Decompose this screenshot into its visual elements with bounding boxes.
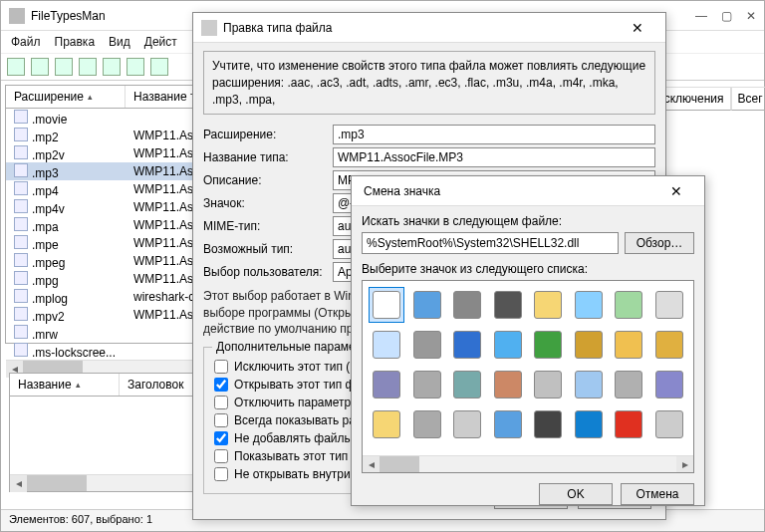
sort-arrow-icon: ▴ xyxy=(76,380,81,390)
chart-icon[interactable] xyxy=(530,327,566,363)
menu-file[interactable]: Файл xyxy=(11,35,41,49)
checkbox-2[interactable] xyxy=(214,396,228,409)
ext-cell: .mp4 xyxy=(32,184,59,198)
search-icon[interactable] xyxy=(571,367,607,402)
folder-net-icon[interactable] xyxy=(651,327,687,363)
drive-icon[interactable] xyxy=(449,287,485,323)
file-icon xyxy=(14,181,28,195)
scroll-thumb[interactable] xyxy=(380,456,419,472)
lock-icon[interactable] xyxy=(571,327,607,363)
ext-cell: .mp2v xyxy=(32,148,65,162)
mime-label: MIME-тип: xyxy=(203,219,333,233)
file-icon xyxy=(14,163,28,177)
scroll-right-arrow[interactable]: ▸ xyxy=(676,456,693,473)
ext-cell: .mp4v xyxy=(32,202,65,216)
col-always[interactable]: Всег xyxy=(731,87,765,111)
checkbox-5[interactable] xyxy=(214,449,228,463)
iconlist-hscroll[interactable]: ◂ ▸ xyxy=(363,455,693,472)
scroll-thumb[interactable] xyxy=(27,475,87,491)
screen-icon[interactable] xyxy=(490,327,526,363)
folder-search-icon[interactable] xyxy=(611,327,646,363)
file-icon xyxy=(14,199,28,213)
printer2-icon[interactable] xyxy=(611,367,646,402)
typename-input[interactable] xyxy=(333,147,655,167)
document-icon[interactable] xyxy=(369,287,404,323)
menu-view[interactable]: Вид xyxy=(109,35,130,49)
folder-y-icon[interactable] xyxy=(369,406,404,442)
file-icon xyxy=(14,289,28,303)
folder-icon[interactable] xyxy=(530,287,566,323)
drive2-icon[interactable] xyxy=(409,367,445,402)
net-drive-icon[interactable] xyxy=(449,367,485,402)
dialog2-title: Смена значка xyxy=(360,184,656,198)
apps-icon[interactable] xyxy=(530,406,566,442)
maximize-button[interactable]: ▢ xyxy=(721,9,732,23)
app-icon xyxy=(9,8,25,24)
recycle-icon[interactable] xyxy=(651,287,687,323)
toolbar-btn-3[interactable] xyxy=(55,58,73,76)
floppy-icon[interactable] xyxy=(369,367,404,402)
typename-label: Название типа: xyxy=(203,150,333,164)
trash-icon[interactable] xyxy=(651,406,687,442)
ext-cell: .mpa xyxy=(32,220,59,234)
toolbar-btn-6[interactable] xyxy=(127,58,144,76)
globe-icon[interactable] xyxy=(449,327,485,363)
ext-cell: .mpg xyxy=(32,274,59,288)
help-icon[interactable] xyxy=(571,406,607,442)
checkbox-0[interactable] xyxy=(214,360,228,374)
close-button[interactable]: ✕ xyxy=(746,9,756,23)
menu-actions[interactable]: Дейст xyxy=(144,35,177,49)
desc-label: Описание: xyxy=(203,173,333,187)
ext-cell: .mpe xyxy=(32,238,59,252)
browse-button[interactable]: Обзор… xyxy=(625,232,694,254)
menu-edit[interactable]: Правка xyxy=(55,35,96,49)
scroll-left-arrow[interactable]: ◂ xyxy=(10,475,27,492)
scroll-left-arrow[interactable]: ◂ xyxy=(363,456,380,473)
file-icon xyxy=(14,217,28,231)
col-action-name[interactable]: Название ▴ xyxy=(10,374,120,396)
window-icon[interactable] xyxy=(571,287,607,323)
checkbox-3[interactable] xyxy=(214,413,228,427)
col-extension[interactable]: Расширение ▴ xyxy=(6,86,126,108)
disc-icon[interactable] xyxy=(449,406,485,442)
toolbar-btn-1[interactable] xyxy=(7,58,25,76)
minimize-button[interactable]: — xyxy=(695,9,707,23)
sort-arrow-icon: ▴ xyxy=(88,92,93,102)
affected-extensions-note: Учтите, что изменение свойств этого типа… xyxy=(203,51,655,115)
monitor2-icon[interactable] xyxy=(490,406,526,442)
window2-icon[interactable] xyxy=(611,287,646,323)
file-icon xyxy=(14,325,28,339)
chip-icon[interactable] xyxy=(490,287,526,323)
toolbar-btn-4[interactable] xyxy=(79,58,97,76)
file-icon xyxy=(14,271,28,285)
curve-icon[interactable] xyxy=(651,367,687,402)
change-icon-dialog: Смена значка ✕ Искать значки в следующем… xyxy=(351,175,705,506)
toolbar-btn-5[interactable] xyxy=(103,58,121,76)
dialog2-close-button[interactable]: ✕ xyxy=(656,183,696,199)
file-icon xyxy=(14,110,28,124)
iconfile-input[interactable] xyxy=(362,232,619,254)
dialog2-titlebar: Смена значка ✕ xyxy=(352,176,704,206)
ext-cell: .mpeg xyxy=(32,256,65,270)
grid-icon[interactable] xyxy=(530,367,566,402)
checkbox-4[interactable] xyxy=(214,431,228,445)
dialog2-body: Искать значки в следующем файле: Обзор… … xyxy=(352,206,704,513)
power-icon[interactable] xyxy=(611,406,646,442)
toolbar-btn-2[interactable] xyxy=(31,58,49,76)
ext-label: Расширение: xyxy=(203,128,333,141)
checkbox-6[interactable] xyxy=(214,467,228,481)
dialog1-close-button[interactable]: ✕ xyxy=(618,20,657,36)
printer-icon[interactable] xyxy=(490,367,526,402)
monitor-icon[interactable] xyxy=(409,287,445,323)
checkbox-1[interactable] xyxy=(214,378,228,392)
drive3-icon[interactable] xyxy=(409,406,445,442)
list-icon[interactable] xyxy=(369,327,404,363)
icon-list[interactable]: ◂ ▸ xyxy=(362,280,694,473)
dialog2-ok-button[interactable]: OK xyxy=(539,483,613,505)
toolbar-btn-7[interactable] xyxy=(150,58,168,76)
hdd-icon[interactable] xyxy=(409,327,445,363)
dialog2-cancel-button[interactable]: Отмена xyxy=(621,483,694,505)
ext-input[interactable] xyxy=(333,125,655,144)
userchoice-label: Выбор пользователя: xyxy=(203,265,333,279)
file-icon xyxy=(14,235,28,249)
